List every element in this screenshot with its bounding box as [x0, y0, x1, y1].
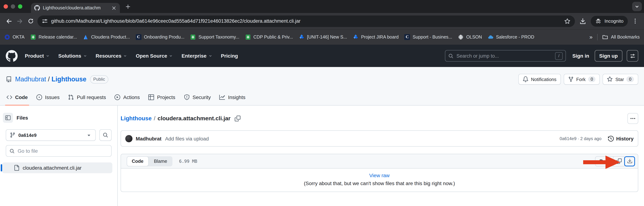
- too-big-message: (Sorry about that, but we can't show fil…: [304, 180, 455, 186]
- jira-icon: [353, 34, 358, 40]
- view-raw-link[interactable]: View raw: [369, 172, 390, 178]
- close-window-button[interactable]: [4, 4, 8, 9]
- file-size: 6.99 MB: [179, 159, 197, 164]
- bookmarks-list: OKTARelease calendar...Cloudera Product.…: [4, 34, 534, 40]
- file-tree-item-selected[interactable]: cloudera.attachment.cli.jar: [2, 162, 112, 173]
- blame-toggle-button[interactable]: Blame: [148, 156, 172, 166]
- forward-arrow-icon: [16, 18, 23, 24]
- code-toggle-button[interactable]: Code: [127, 156, 148, 166]
- bookmark-label: OKTA: [12, 34, 24, 40]
- search-placeholder: Search or jump to...: [456, 53, 552, 58]
- files-label: Files: [16, 115, 28, 121]
- sidebar-search-button[interactable]: [99, 129, 112, 141]
- browser-tab[interactable]: Lighthouse/cloudera.attachm: [31, 3, 120, 13]
- bookmarks-divider: [597, 34, 598, 40]
- copy-path-icon[interactable]: [235, 116, 241, 121]
- reload-button[interactable]: [25, 16, 36, 26]
- tab-search-button[interactable]: [632, 2, 642, 11]
- sliders-icon: [630, 53, 635, 58]
- go-to-file-input[interactable]: Go to file: [6, 145, 112, 157]
- bookmarks-bar: OKTARelease calendar...Cloudera Product.…: [0, 29, 644, 45]
- caret-down-icon: [169, 54, 173, 58]
- repo-owner-link[interactable]: Madhubrat: [15, 76, 46, 83]
- history-link[interactable]: History: [608, 136, 634, 141]
- star-button[interactable]: Star 0: [603, 74, 638, 85]
- bookmark-label: Support - Busines...: [413, 34, 452, 40]
- bookmark-item-olson[interactable]: OLSON: [458, 34, 482, 40]
- repo-header: Madhubrat / Lighthouse Public Notificati…: [0, 67, 644, 106]
- avatar[interactable]: [125, 135, 132, 142]
- bookmark-item-project-jira-board[interactable]: Project JIRA board: [353, 34, 398, 40]
- history-label: History: [616, 136, 634, 141]
- shield-icon: [184, 94, 190, 100]
- github-nav: ProductSolutionsResourcesOpen SourceEnte…: [25, 53, 238, 59]
- branch-selector[interactable]: 0a614e9: [6, 129, 96, 141]
- back-button[interactable]: [4, 16, 14, 26]
- tab-projects[interactable]: Projects: [145, 89, 179, 105]
- bookmark-star-icon[interactable]: [564, 18, 570, 24]
- pr-icon: [68, 94, 74, 100]
- search-icon: [448, 53, 454, 58]
- gh-nav-solutions[interactable]: Solutions: [58, 53, 87, 59]
- tab-actions[interactable]: Actions: [111, 89, 144, 105]
- jira-icon: [299, 34, 304, 40]
- bookmark-item-cloudera-product[interactable]: Cloudera Product...: [83, 34, 130, 40]
- collapse-sidebar-button[interactable]: [3, 113, 13, 123]
- sign-in-link[interactable]: Sign in: [572, 53, 589, 59]
- forward-button[interactable]: [14, 16, 25, 26]
- github-logo-icon[interactable]: [6, 50, 18, 62]
- cloud-icon: [488, 34, 494, 40]
- all-bookmarks-button[interactable]: All Bookmarks: [602, 34, 640, 40]
- minimize-window-button[interactable]: [11, 4, 15, 9]
- commit-message-link[interactable]: Add files via upload: [165, 136, 209, 141]
- green-sheet-icon: [190, 34, 196, 40]
- github-favicon-icon: [34, 5, 40, 11]
- gh-nav-product[interactable]: Product: [25, 53, 50, 59]
- file-content-box: Code Blame 6.99 MB Raw View raw (Sorr: [120, 154, 638, 192]
- bookmark-item-support-taxonomy[interactable]: Support Taxonomy...: [190, 34, 240, 40]
- tab-security[interactable]: Security: [180, 89, 214, 105]
- gh-nav-resources[interactable]: Resources: [96, 53, 127, 59]
- zoom-window-button[interactable]: [18, 4, 22, 9]
- commit-sha-time[interactable]: 0a614e9 · 2 days ago: [560, 136, 601, 141]
- github-search-input[interactable]: Search or jump to... /: [445, 50, 566, 62]
- browser-menu-icon[interactable]: [632, 18, 638, 24]
- incognito-badge: Incognito: [591, 16, 628, 26]
- commit-author-link[interactable]: Madhubrat: [136, 136, 162, 141]
- downloads-icon[interactable]: [579, 18, 586, 25]
- tab-close-icon[interactable]: [111, 5, 117, 10]
- gh-nav-pricing[interactable]: Pricing: [221, 53, 238, 59]
- new-tab-button[interactable]: [125, 4, 131, 9]
- sign-up-button[interactable]: Sign up: [594, 50, 622, 62]
- breadcrumb-repo-link[interactable]: Lighthouse: [120, 115, 152, 122]
- appearance-settings-button[interactable]: [627, 50, 638, 62]
- tab-issues[interactable]: Issues: [33, 89, 63, 105]
- tab-insights[interactable]: Insights: [216, 89, 249, 105]
- tab-label: Actions: [123, 94, 140, 100]
- more-options-button[interactable]: [628, 113, 638, 124]
- fork-button[interactable]: Fork 0: [564, 74, 600, 85]
- repo-name-link[interactable]: Lighthouse: [52, 76, 86, 83]
- gh-nav-label: Resources: [96, 53, 121, 59]
- tab-code[interactable]: Code: [3, 89, 31, 105]
- bookmark-item-cdp-public-priv[interactable]: CDP Public & Priv...: [245, 34, 293, 40]
- bookmark-item-support-busines[interactable]: CSupport - Busines...: [404, 34, 452, 40]
- bookmark-item-onboarding-produ[interactable]: COnboarding Produ...: [136, 34, 184, 40]
- notifications-button[interactable]: Notifications: [518, 74, 561, 85]
- bookmark-item-okta[interactable]: OKTA: [4, 34, 24, 40]
- bookmark-item-release-calendar[interactable]: Release calendar...: [30, 34, 77, 40]
- url-bar[interactable]: github.com/Madhubrat/Lighthouse/blob/0a6…: [38, 15, 575, 27]
- star-label: Star: [616, 76, 624, 82]
- breadcrumb-separator: /: [154, 115, 155, 122]
- bookmark-item-salesforce-prod[interactable]: Salesforce - PROD: [488, 34, 534, 40]
- site-settings-icon[interactable]: [42, 18, 48, 24]
- okta-ring-icon: [4, 34, 10, 40]
- github-header: ProductSolutionsResourcesOpen SourceEnte…: [0, 45, 644, 67]
- bookmarks-overflow-button[interactable]: »: [589, 34, 592, 40]
- tab-label: Code: [15, 94, 28, 100]
- bookmark-item-unit-146-new-s[interactable]: [UNIT-146] New S...: [299, 34, 347, 40]
- tab-pull-requests[interactable]: Pull requests: [64, 89, 110, 105]
- download-raw-button[interactable]: [624, 156, 635, 166]
- gh-nav-open-source[interactable]: Open Source: [136, 53, 173, 59]
- gh-nav-enterprise[interactable]: Enterprise: [182, 53, 212, 59]
